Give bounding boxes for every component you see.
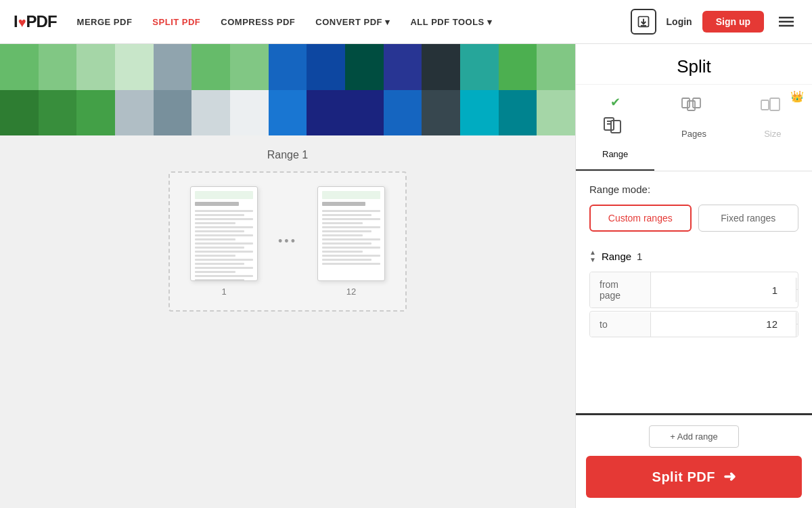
range-mode-section: Range mode: Custom ranges Fixed ranges bbox=[576, 171, 812, 238]
arrow-circle-icon: ➜ bbox=[723, 468, 736, 486]
tab-size-label: Size bbox=[764, 129, 781, 139]
pages-tab-icon bbox=[680, 95, 707, 123]
main-nav: MERGE PDF SPLIT PDF COMPRESS PDF CONVERT… bbox=[77, 17, 631, 27]
svg-rect-10 bbox=[682, 98, 690, 108]
from-page-input[interactable] bbox=[651, 278, 796, 303]
page-separator-dots: ••• bbox=[278, 234, 297, 249]
chevron-down-icon: ▾ bbox=[385, 17, 390, 27]
to-page-label: to bbox=[590, 312, 651, 337]
download-icon-button[interactable] bbox=[631, 9, 656, 35]
pages-container: 1 ••• bbox=[168, 171, 407, 312]
add-range-row: + Add range bbox=[586, 425, 802, 448]
to-page-row: to ▲ ▼ bbox=[589, 311, 798, 337]
mode-tabs: ✔ Range bbox=[576, 85, 812, 171]
from-page-decrement[interactable]: ▼ bbox=[796, 290, 798, 302]
range-tab-icon bbox=[602, 115, 629, 144]
size-tab-icon bbox=[759, 95, 786, 123]
tab-range-label: Range bbox=[602, 149, 628, 159]
header: I♥PDF MERGE PDF SPLIT PDF COMPRESS PDF C… bbox=[0, 0, 812, 44]
svg-rect-13 bbox=[761, 100, 769, 110]
nav-convert-pdf[interactable]: CONVERT PDF ▾ bbox=[315, 17, 390, 27]
from-page-label: from page bbox=[590, 272, 651, 308]
fixed-ranges-button[interactable]: Fixed ranges bbox=[698, 205, 799, 232]
from-page-increment[interactable]: ▲ bbox=[796, 278, 798, 290]
range-number: 1 bbox=[637, 251, 642, 262]
tab-pages-label: Pages bbox=[681, 129, 706, 139]
login-button[interactable]: Login bbox=[667, 16, 692, 27]
page-number-12: 12 bbox=[346, 287, 356, 297]
range-config-header: ▲ ▼ Range 1 bbox=[589, 249, 798, 263]
page-thumb-12: 12 bbox=[317, 186, 385, 297]
from-page-spinners: ▲ ▼ bbox=[796, 278, 798, 302]
from-page-row: from page ▲ ▼ bbox=[589, 272, 798, 308]
split-button-area: + Add range Split PDF ➜ bbox=[576, 413, 812, 508]
to-page-input[interactable] bbox=[651, 312, 796, 337]
svg-rect-9 bbox=[611, 121, 621, 133]
menu-button[interactable] bbox=[774, 9, 798, 34]
page-image-12 bbox=[317, 186, 385, 281]
range-config: ▲ ▼ Range 1 from page ▲ ▼ to ▲ bbox=[576, 238, 812, 350]
svg-rect-14 bbox=[770, 98, 780, 110]
color-mosaic bbox=[0, 44, 575, 135]
range-arrows[interactable]: ▲ ▼ bbox=[589, 249, 596, 263]
header-right: Login Sign up bbox=[631, 9, 798, 35]
nav-all-pdf-tools[interactable]: ALL PDF TOOLS ▾ bbox=[410, 17, 492, 27]
tab-size[interactable]: 👑 Size bbox=[734, 85, 812, 171]
page-image-1 bbox=[190, 186, 258, 281]
right-panel: Split ✔ Range bbox=[575, 44, 812, 508]
to-page-spinners: ▲ ▼ bbox=[796, 312, 798, 337]
range-label: Range 1 bbox=[267, 149, 309, 161]
panel-title: Split bbox=[576, 44, 812, 85]
chevron-down-icon: ▾ bbox=[487, 17, 493, 27]
svg-rect-11 bbox=[687, 101, 695, 110]
add-range-button[interactable]: + Add range bbox=[649, 425, 738, 448]
crown-icon: 👑 bbox=[790, 90, 804, 103]
split-pdf-button[interactable]: Split PDF ➜ bbox=[586, 456, 802, 498]
to-page-decrement[interactable]: ▼ bbox=[796, 324, 798, 337]
page-number-1: 1 bbox=[221, 287, 226, 297]
nav-merge-pdf[interactable]: MERGE PDF bbox=[77, 17, 133, 27]
custom-ranges-button[interactable]: Custom ranges bbox=[589, 205, 692, 232]
preview-area: Range 1 bbox=[0, 135, 575, 325]
page-thumb-1: 1 bbox=[190, 186, 258, 297]
main-content: Range 1 bbox=[0, 44, 812, 508]
check-icon: ✔ bbox=[610, 95, 621, 110]
nav-compress-pdf[interactable]: COMPRESS PDF bbox=[221, 17, 295, 27]
svg-rect-12 bbox=[693, 98, 700, 108]
left-panel: Range 1 bbox=[0, 44, 575, 508]
range-title: Range bbox=[602, 251, 631, 262]
range-mode-label: Range mode: bbox=[589, 184, 798, 195]
hamburger-icon bbox=[779, 16, 794, 27]
nav-split-pdf[interactable]: SPLIT PDF bbox=[152, 17, 200, 27]
heart-icon: ♥ bbox=[18, 15, 26, 30]
tab-range[interactable]: ✔ Range bbox=[576, 85, 654, 171]
to-page-increment[interactable]: ▲ bbox=[796, 312, 798, 324]
tab-pages[interactable]: Pages bbox=[654, 85, 733, 171]
signup-button[interactable]: Sign up bbox=[702, 11, 764, 33]
logo[interactable]: I♥PDF bbox=[14, 12, 57, 31]
range-mode-buttons: Custom ranges Fixed ranges bbox=[589, 205, 798, 232]
download-icon bbox=[637, 15, 650, 28]
